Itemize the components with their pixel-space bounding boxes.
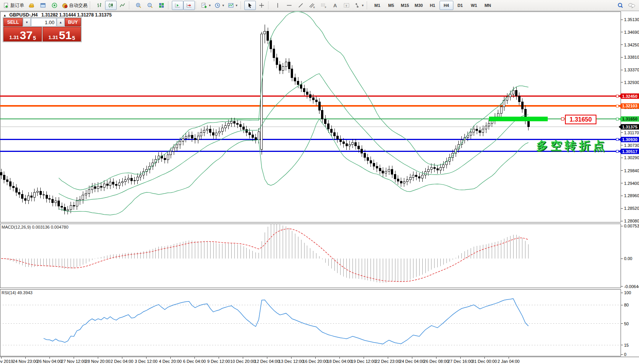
text-button[interactable]: A [329,1,341,10]
tf-m5-button[interactable]: M5 [384,1,398,10]
candle [176,145,178,148]
candle [209,129,211,132]
buy-price-sup: 5 [72,36,75,40]
clock-icon [214,2,221,8]
candle [164,158,166,160]
candle [212,132,214,135]
search-button[interactable] [614,1,626,10]
trendline-button[interactable] [295,1,306,10]
price-tick-label: 1.34690 [624,30,639,35]
sell-button[interactable]: SELL [3,18,23,26]
crosshair-icon [259,2,265,8]
buy-price-button[interactable]: 1.31515 [43,27,81,41]
tf-m1-button[interactable]: M1 [371,1,384,10]
toolbar-separator [268,2,271,9]
terminal-window-button[interactable] [37,1,49,10]
candle [309,95,311,97]
candle [203,130,205,132]
candle [527,120,529,127]
candle [349,144,351,146]
chat-button[interactable] [626,1,637,10]
price-tick-label: 1.28960 [624,193,639,198]
tf-m30-button[interactable]: M30 [412,1,426,10]
rsi-tick-label: 100 [624,290,631,295]
macd-tick-label: 0.007538 [624,224,639,228]
candle [297,81,299,85]
tile-windows-button[interactable] [156,1,167,10]
fibonacci-button[interactable]: F [318,1,329,10]
time-tick-label: 26 Dec 08:00 [423,359,448,364]
rsi-tick-label: 50 [624,321,629,326]
candle [76,201,78,206]
auto-scroll-button[interactable] [172,1,183,10]
candle [67,209,69,211]
equidistant-channel-button[interactable]: E [306,1,318,10]
periods-button[interactable]: ▼ [213,1,226,10]
chart-area[interactable]: 1.351301.346901.342501.338101.333701.329… [0,0,639,364]
cursor-button[interactable] [244,1,256,10]
candle [55,201,57,203]
candle [373,163,375,166]
candle [224,125,226,128]
candle [252,135,254,137]
volume-down-button[interactable]: ▼ [23,18,31,26]
zoom-in-icon [135,2,142,8]
tf-mn-button[interactable]: MN [481,1,495,10]
svg-text:F: F [325,6,326,8]
candle-chart-type-button[interactable] [105,1,117,10]
candle [422,175,423,178]
candle [264,31,266,34]
chart-shift-button[interactable] [183,1,195,10]
candle [52,199,54,203]
candle [21,194,23,199]
candle [227,123,229,125]
horizontal-line-button[interactable] [283,1,295,10]
tf-w1-button[interactable]: W1 [467,1,481,10]
volume-input[interactable] [31,18,56,26]
vertical-line-button[interactable] [272,1,283,10]
price-tick-label: 1.33370 [624,68,639,72]
candle [88,189,90,193]
toolbar-separator [90,2,93,9]
candle [352,143,354,144]
text-label-button[interactable]: T [341,1,352,10]
candle [425,172,427,175]
candle [188,135,190,137]
autotrade-label: 自动交易 [69,2,87,9]
green-level-bar[interactable] [489,117,548,121]
candle [282,67,284,71]
market-watch-button[interactable] [26,1,37,10]
line-chart-type-button[interactable] [117,1,128,10]
candle [379,168,381,171]
macd-tick-label: 0.00 [624,256,632,261]
crosshair-button[interactable] [256,1,267,10]
autotrade-button[interactable]: 自动交易 [60,1,89,10]
signals-button[interactable] [49,1,60,10]
candle [512,91,514,94]
sell-price-button[interactable]: 1.31375 [3,27,42,41]
candle [324,119,326,124]
tf-h1-button[interactable]: H1 [426,1,440,10]
zoom-in-button[interactable] [133,1,144,10]
candle [249,132,250,135]
candle [418,177,420,178]
buy-button[interactable]: BUY [65,18,81,26]
tf-d1-button[interactable]: D1 [453,1,467,10]
fibonacci-icon: F [320,2,327,8]
dropdown-arrow-icon: ▼ [222,4,225,7]
indicator-add-icon [201,2,207,8]
price-badge-text: 1.30517 [622,149,637,154]
tf-m15-button[interactable]: M15 [398,1,412,10]
time-tick-label: 4 Dec 20:00 [159,359,181,364]
zoom-out-button[interactable] [144,1,156,10]
indicators-button[interactable]: ▼ [199,1,213,10]
arrows-dropdown-button[interactable]: ▼ [352,1,366,10]
tf-h4-button[interactable]: H4 [440,1,453,10]
candle [237,123,239,124]
candle [394,175,396,179]
volume-up-button[interactable]: ▲ [57,18,64,26]
templates-button[interactable]: ▼ [226,1,240,10]
gold-bars-icon [28,2,35,8]
new-order-button[interactable]: 新订单 [2,1,26,10]
bar-chart-type-button[interactable] [94,1,105,10]
